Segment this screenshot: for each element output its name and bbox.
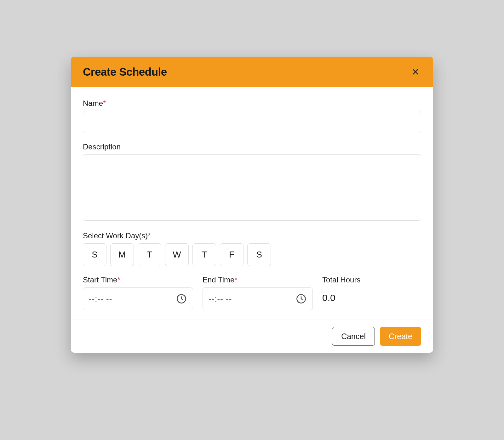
cancel-button[interactable]: Cancel <box>332 327 375 346</box>
end-time-placeholder: --:-- -- <box>209 294 295 304</box>
start-time-label-text: Start Time <box>83 275 117 284</box>
day-btn-tue[interactable]: T <box>138 243 161 266</box>
clock-icon <box>176 293 187 304</box>
day-btn-mon[interactable]: M <box>110 243 134 266</box>
total-hours-label: Total Hours <box>322 275 421 284</box>
end-time-input[interactable]: --:-- -- <box>203 287 313 310</box>
day-btn-sun[interactable]: S <box>83 243 106 266</box>
start-time-label: Start Time* <box>83 275 193 284</box>
total-hours-value: 0.0 <box>322 287 421 303</box>
modal-header: Create Schedule <box>71 57 433 87</box>
close-button[interactable] <box>410 66 421 78</box>
workdays-label-text: Select Work Day(s) <box>83 231 148 240</box>
required-marker: * <box>234 275 237 284</box>
end-time-group: End Time* --:-- -- <box>203 275 313 310</box>
name-group: Name* <box>83 99 421 133</box>
description-group: Description <box>83 142 421 222</box>
required-marker: * <box>148 231 151 240</box>
description-label: Description <box>83 142 421 151</box>
modal-title: Create Schedule <box>83 66 167 78</box>
modal-body: Name* Description Select Work Day(s)* S … <box>71 87 433 320</box>
create-button[interactable]: Create <box>380 327 421 346</box>
start-time-input[interactable]: --:-- -- <box>83 287 193 310</box>
start-time-placeholder: --:-- -- <box>89 294 176 304</box>
workdays-group: Select Work Day(s)* S M T W T F S <box>83 231 421 266</box>
day-btn-sat[interactable]: S <box>247 243 271 266</box>
day-btn-thu[interactable]: T <box>192 243 216 266</box>
name-input[interactable] <box>83 111 421 133</box>
day-btn-wed[interactable]: W <box>165 243 189 266</box>
name-label-text: Name <box>83 99 103 107</box>
days-row: S M T W T F S <box>83 243 421 266</box>
end-time-label: End Time* <box>203 275 313 284</box>
name-label: Name* <box>83 99 421 108</box>
start-time-group: Start Time* --:-- -- <box>83 275 193 310</box>
create-schedule-modal: Create Schedule Name* Description Select… <box>71 57 433 353</box>
end-time-label-text: End Time <box>203 275 234 284</box>
workdays-label: Select Work Day(s)* <box>83 231 421 240</box>
modal-footer: Cancel Create <box>71 320 433 353</box>
required-marker: * <box>103 99 106 107</box>
total-hours-group: Total Hours 0.0 <box>322 275 421 310</box>
time-row: Start Time* --:-- -- End Time* --:-- -- <box>83 275 421 310</box>
required-marker: * <box>117 275 120 284</box>
clock-icon <box>295 293 307 304</box>
day-btn-fri[interactable]: F <box>220 243 243 266</box>
close-icon <box>411 67 420 76</box>
description-textarea[interactable] <box>83 154 421 221</box>
